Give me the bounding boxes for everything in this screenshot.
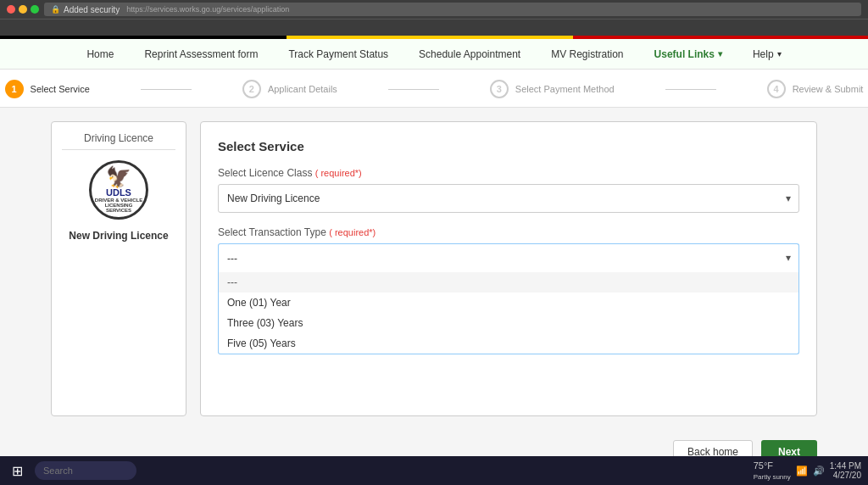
weather-temp: 75°F	[754, 460, 773, 471]
transaction-type-required: ( required*)	[329, 227, 376, 237]
dropdown-arrow-icon: ▾	[718, 49, 722, 59]
eagle-icon: 🦅	[92, 167, 146, 187]
nav-schedule[interactable]: Schedule Appointment	[414, 45, 526, 64]
step-3-label: Select Payment Method	[515, 84, 615, 94]
weather-info: 75°F Partly sunny	[754, 460, 791, 471]
taskbar-clock: 1:44 PM 4/27/20	[830, 461, 861, 471]
nav-reprint[interactable]: Reprint Assessment form	[139, 45, 263, 64]
close-button[interactable]	[7, 5, 15, 14]
bookmarks-bar	[0, 19, 868, 36]
licence-class-label: Select Licence Class ( required*)	[218, 167, 799, 179]
transaction-type-label: Select Transaction Type ( required*)	[218, 226, 799, 238]
maximize-button[interactable]	[31, 5, 39, 14]
select-service-title: Select Service	[218, 139, 799, 153]
licence-class-select-wrapper: New Driving Licence Renewal Duplicate ▾	[218, 184, 799, 213]
udls-logo: 🦅 UDLS DRIVER & VEHICLELICENSING SERVICE…	[89, 160, 148, 220]
stepper: 1 Select Service 2 Applicant Details 3 S…	[0, 70, 868, 108]
licence-class-group: Select Licence Class ( required*) New Dr…	[218, 167, 799, 213]
step-1-circle: 1	[5, 80, 24, 98]
transaction-type-select-wrapper: --- One (01) Year Three (03) Years Five …	[218, 243, 799, 272]
step-3: 3 Select Payment Method	[490, 80, 615, 98]
browser-chrome: 🔒 Added security https://services.works.…	[0, 0, 868, 19]
select-service-card: Select Service Select Licence Class ( re…	[200, 121, 817, 416]
logo-subtitle: DRIVER & VEHICLELICENSING SERVICES	[92, 198, 146, 213]
navigation: Home Reprint Assessment form Track Payme…	[0, 39, 868, 70]
step-1: 1 Select Service	[5, 80, 90, 98]
browser-controls	[7, 5, 39, 14]
licence-class-select[interactable]: New Driving Licence Renewal Duplicate	[218, 184, 799, 213]
url-display: https://services.works.go.ug/services/ap…	[126, 5, 289, 14]
step-4-circle: 4	[767, 80, 786, 98]
network-icon: 📶	[796, 465, 808, 471]
dropdown-option-five-years[interactable]: Five (05) Years	[219, 333, 798, 354]
step-connector-2	[388, 89, 439, 90]
dropdown-option-dash[interactable]: ---	[219, 272, 798, 293]
step-4-label: Review & Submit	[793, 84, 864, 94]
nav-mv[interactable]: MV Registration	[546, 45, 628, 64]
licence-class-required: ( required*)	[315, 168, 362, 178]
volume-icon: 🔊	[813, 465, 825, 471]
transaction-type-dropdown-list: --- One (01) Year Three (03) Years Five …	[218, 272, 799, 354]
dropdown-option-one-year[interactable]: One (01) Year	[219, 293, 798, 313]
card-title: Driving Licence	[62, 132, 175, 150]
step-1-label: Select Service	[31, 84, 90, 94]
step-3-circle: 3	[490, 80, 509, 98]
nav-help[interactable]: Help ▾	[748, 45, 787, 64]
address-bar[interactable]: 🔒 Added security https://services.works.…	[44, 3, 861, 16]
step-connector-1	[141, 89, 192, 90]
taskbar-time: 1:44 PM	[830, 461, 861, 471]
taskbar-search-input[interactable]	[35, 461, 136, 471]
minimize-button[interactable]	[19, 5, 27, 14]
udls-text: UDLS	[92, 187, 146, 198]
step-4: 4 Review & Submit	[767, 80, 864, 98]
taskbar: ⊞ 75°F Partly sunny 📶 🔊 1:44 PM 4/27/20	[0, 456, 868, 471]
security-label: Added security	[64, 5, 120, 14]
start-button[interactable]: ⊞	[7, 461, 28, 471]
taskbar-icons: 75°F Partly sunny 📶 🔊 1:44 PM 4/27/20	[754, 460, 861, 471]
step-2-circle: 2	[242, 80, 261, 98]
dropdown-arrow-help-icon: ▾	[777, 49, 782, 59]
dropdown-option-three-years[interactable]: Three (03) Years	[219, 313, 798, 333]
nav-home[interactable]: Home	[81, 45, 119, 64]
card-service-name: New Driving Licence	[69, 230, 168, 242]
step-connector-3	[665, 89, 716, 90]
transaction-type-select[interactable]: --- One (01) Year Three (03) Years Five …	[218, 243, 799, 272]
lock-icon: 🔒	[51, 5, 60, 14]
logo-inner: 🦅 UDLS DRIVER & VEHICLELICENSING SERVICE…	[92, 167, 146, 213]
nav-track[interactable]: Track Payment Status	[283, 45, 393, 64]
service-card: Driving Licence 🦅 UDLS DRIVER & VEHICLEL…	[51, 121, 186, 416]
nav-useful-links[interactable]: Useful Links ▾	[649, 45, 727, 64]
step-2: 2 Applicant Details	[242, 80, 337, 98]
main-content: Driving Licence 🦅 UDLS DRIVER & VEHICLEL…	[0, 108, 868, 430]
transaction-type-group: Select Transaction Type ( required*) ---…	[218, 226, 799, 354]
step-2-label: Applicant Details	[268, 84, 337, 94]
